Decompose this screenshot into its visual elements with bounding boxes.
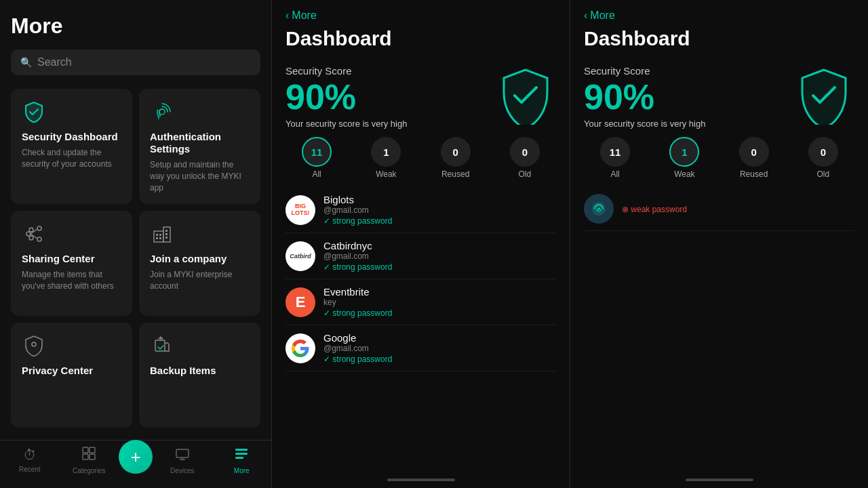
nav-add-button[interactable]: + — [119, 440, 153, 474]
nav-devices[interactable]: Devices — [153, 446, 212, 474]
middle-dashboard-title: Dashboard — [285, 27, 556, 50]
svg-rect-12 — [156, 237, 158, 239]
catbird-name: Catbirdnyc — [323, 240, 556, 251]
middle-filter-reused[interactable]: 0 Reused — [425, 137, 487, 179]
right-old-label: Old — [817, 169, 830, 179]
svg-rect-11 — [159, 234, 161, 236]
middle-dashboard-header: ‹ More Dashboard — [272, 0, 570, 58]
google-name: Google — [323, 332, 556, 344]
svg-rect-21 — [83, 454, 88, 460]
svg-point-5 — [29, 236, 33, 240]
right-back-link[interactable]: ‹ More — [584, 9, 854, 22]
catbird-logo: Catbird — [285, 241, 315, 271]
account-biglots[interactable]: BIGLOTS! Biglots @gmail.com ✓ strong pas… — [285, 187, 556, 233]
account-myki-weak[interactable]: ⊗ weak password — [584, 187, 854, 231]
nav-categories[interactable]: Categories — [60, 446, 119, 474]
right-filter-old[interactable]: 0 Old — [792, 137, 854, 179]
svg-rect-20 — [90, 447, 95, 453]
sharing-center-card[interactable]: Sharing Center Manage the items that you… — [11, 211, 132, 316]
right-filter-weak[interactable]: 1 Weak — [653, 137, 715, 179]
nav-categories-label: Categories — [73, 467, 105, 474]
authentication-settings-card[interactable]: Authentication Settings Setup and mainta… — [139, 89, 260, 204]
eventbrite-logo: E — [285, 287, 315, 317]
privacy-icon — [22, 333, 46, 358]
eventbrite-info: Eventbrite key ✓ strong password — [323, 286, 556, 318]
svg-rect-19 — [83, 447, 88, 453]
svg-rect-13 — [159, 237, 161, 239]
account-catbirdnyc[interactable]: Catbird Catbirdnyc @gmail.com ✓ strong p… — [285, 233, 556, 279]
right-score-label: Security Score — [584, 65, 705, 77]
right-filter-all[interactable]: 11 All — [584, 137, 646, 179]
join-company-card[interactable]: Join a company Join a MYKI enterprise ac… — [139, 211, 260, 316]
right-filter-reused[interactable]: 0 Reused — [723, 137, 785, 179]
sharing-center-title: Sharing Center — [22, 253, 121, 265]
svg-rect-16 — [165, 237, 167, 239]
right-account-list: ⊗ weak password — [570, 187, 868, 473]
middle-filter-weak[interactable]: 1 Weak — [355, 137, 417, 179]
catbird-info: Catbirdnyc @gmail.com ✓ strong password — [323, 240, 556, 272]
middle-score-value: 90% — [285, 79, 407, 115]
middle-home-indicator — [387, 479, 455, 481]
back-chevron-icon: ‹ — [285, 9, 289, 22]
right-filter-row: 11 All 1 Weak 0 Reused 0 Old — [570, 129, 868, 187]
middle-reused-label: Reused — [441, 169, 469, 179]
nav-more-label: More — [234, 467, 250, 474]
security-dashboard-title: Security Dashboard — [22, 131, 121, 143]
middle-back-label: More — [292, 9, 316, 22]
middle-score-label: Security Score — [285, 65, 407, 77]
svg-rect-8 — [154, 231, 163, 242]
middle-back-link[interactable]: ‹ More — [285, 9, 556, 22]
right-back-label: More — [590, 9, 614, 22]
svg-point-3 — [37, 237, 41, 241]
middle-old-label: Old — [519, 169, 532, 179]
right-all-label: All — [610, 169, 619, 179]
privacy-center-title: Privacy Center — [22, 365, 121, 377]
privacy-center-card[interactable]: Privacy Center — [11, 323, 132, 428]
nav-recent-label: Recent — [19, 466, 41, 473]
right-reused-count: 0 — [739, 137, 769, 167]
svg-point-1 — [26, 232, 31, 236]
account-google[interactable]: Google @gmail.com ✓ strong password — [285, 325, 556, 371]
right-home-indicator — [686, 479, 753, 481]
svg-rect-14 — [165, 230, 167, 232]
middle-filter-old[interactable]: 0 Old — [494, 137, 556, 179]
share-icon — [22, 222, 46, 246]
svg-rect-15 — [165, 233, 167, 235]
middle-filter-row: 11 All 1 Weak 0 Reused 0 Old — [272, 129, 570, 187]
biglots-info: Biglots @gmail.com ✓ strong password — [323, 194, 556, 226]
bottom-nav: ⏱ Recent Categories + — [0, 440, 271, 488]
fingerprint-icon — [150, 100, 174, 124]
myki-weak-status: ⊗ weak password — [622, 205, 854, 214]
sharing-center-subtitle: Manage the items that you've shared with… — [22, 269, 121, 292]
join-company-subtitle: Join a MYKI enterprise account — [150, 269, 250, 292]
account-eventbrite[interactable]: E Eventbrite key ✓ strong password — [285, 279, 556, 325]
nav-recent[interactable]: ⏱ Recent — [0, 447, 60, 473]
eventbrite-status: ✓ strong password — [323, 308, 556, 318]
catbird-status: ✓ strong password — [323, 262, 556, 272]
svg-rect-28 — [235, 457, 243, 459]
middle-filter-all[interactable]: 11 All — [285, 137, 348, 179]
google-logo — [285, 333, 315, 363]
auth-settings-title: Authentication Settings — [150, 131, 250, 155]
search-bar[interactable]: 🔍 Search — [11, 49, 260, 75]
svg-rect-22 — [90, 454, 95, 460]
join-company-title: Join a company — [150, 253, 250, 265]
nav-more[interactable]: More — [212, 446, 272, 474]
auth-settings-subtitle: Setup and maintain the way you unlock th… — [150, 159, 250, 193]
middle-score-left: Security Score 90% Your security score i… — [285, 65, 407, 129]
biglots-logo: BIGLOTS! — [285, 195, 315, 225]
search-icon: 🔍 — [20, 57, 32, 68]
right-back-chevron-icon: ‹ — [584, 9, 587, 22]
right-dashboard-panel: ‹ More Dashboard Security Score 90% Your… — [570, 0, 868, 488]
biglots-email: @gmail.com — [323, 205, 556, 215]
backup-icon — [150, 333, 174, 358]
backup-items-card[interactable]: Backup Items — [139, 323, 260, 428]
middle-reused-count: 0 — [441, 137, 471, 167]
security-dashboard-card[interactable]: Security Dashboard Check and update the … — [11, 89, 132, 204]
security-dashboard-icon — [22, 100, 46, 124]
card-grid: Security Dashboard Check and update the … — [11, 89, 260, 428]
google-email: @gmail.com — [323, 344, 556, 353]
building-icon — [150, 222, 174, 246]
categories-icon — [81, 446, 96, 464]
svg-point-4 — [29, 228, 33, 232]
